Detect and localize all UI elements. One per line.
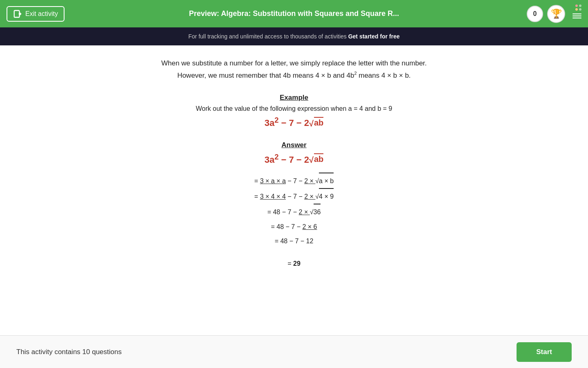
banner-cta[interactable]: Get started for free	[348, 33, 400, 40]
questions-count: This activity contains 10 questions	[16, 348, 122, 356]
exit-label: Exit activity	[25, 10, 58, 18]
step-1: = 3 × a × a − 7 − 2 × √a × b	[118, 173, 470, 188]
step-4: = 48 − 7 − 2 × 6	[118, 220, 470, 234]
radical-black-3: √	[310, 205, 314, 219]
sqrt-expr-answer: √ab	[309, 153, 323, 164]
banner-text: For full tracking and unlimited access t…	[188, 33, 348, 40]
h-line-2	[572, 16, 581, 16]
trophy-button[interactable]: 🏆	[547, 5, 565, 23]
exp-2-example: 2	[274, 116, 278, 124]
example-section: Example Work out the value of the follow…	[118, 94, 470, 128]
answer-section: Answer 3a2 − 7 − 2√ab = 3 × a × a − 7 − …	[118, 141, 470, 271]
sqrt-4x9-content: 4 × 9	[319, 188, 334, 204]
answer-expression: 3a2 − 7 − 2√ab	[118, 153, 470, 165]
step4-underline: 2 × 6	[302, 223, 317, 230]
dot-green1	[579, 4, 581, 7]
sqrt-axb-content: a × b	[319, 173, 334, 188]
header-title: Preview: Algebra: Substitution with Squa…	[189, 9, 399, 18]
corner-menu	[569, 4, 581, 24]
intro-line1: When we substitute a number for a letter…	[161, 59, 427, 67]
sqrt-4x9: √4 × 9	[315, 188, 334, 204]
exit-button[interactable]: Exit activity	[7, 6, 65, 22]
superscript-2: 2	[354, 71, 356, 76]
radical-black: √	[315, 174, 319, 188]
dot-red	[575, 4, 578, 7]
step2-underline: 3 × 4 × 4	[260, 193, 286, 200]
step2-sqrt-underline: 2 × √4 × 9	[304, 193, 334, 200]
dot-orange	[575, 8, 578, 11]
exit-icon	[13, 9, 22, 18]
dot-grid	[575, 4, 581, 11]
main-content: When we substitute a number for a letter…	[110, 45, 478, 279]
radical-black-2: √	[315, 189, 319, 204]
score-badge: 0	[527, 6, 543, 22]
step1-underline: 3 × a × a	[260, 177, 286, 184]
step-6: = 29	[118, 256, 470, 271]
radical-symbol: √	[309, 119, 314, 128]
sqrt-content-ab: ab	[314, 117, 323, 128]
promo-banner: For full tracking and unlimited access t…	[0, 27, 588, 45]
sqrt-36: √36	[310, 204, 321, 219]
example-question: Work out the value of the following expr…	[118, 105, 470, 112]
step-3: = 48 − 7 − 2 × √36	[118, 204, 470, 219]
sqrt-expr-example: √ab	[309, 117, 323, 128]
final-answer: 29	[293, 260, 301, 267]
radical-symbol-ans: √	[309, 156, 314, 164]
header-right: 0 🏆	[527, 4, 581, 24]
intro-line2: However, we must remember that 4b means …	[177, 72, 411, 79]
exp-2-answer: 2	[274, 153, 278, 161]
intro-paragraph: When we substitute a number for a letter…	[118, 58, 470, 81]
step-5: = 48 − 7 − 12	[118, 234, 470, 248]
sqrt-content-ab-ans: ab	[314, 153, 323, 164]
step3-underline: 2 × √36	[299, 209, 321, 215]
h-line-3	[572, 18, 581, 18]
sqrt-axb: √a × b	[315, 173, 334, 188]
step-2: = 3 × 4 × 4 − 7 − 2 × √4 × 9	[118, 188, 470, 204]
sqrt-36-content: 36	[314, 204, 321, 219]
header: Exit activity Preview: Algebra: Substitu…	[0, 0, 588, 27]
answer-label: Answer	[118, 141, 470, 149]
solution-steps: = 3 × a × a − 7 − 2 × √a × b = 3 × 4 × 4…	[118, 173, 470, 271]
dot-green2	[579, 8, 581, 11]
example-expression: 3a2 − 7 − 2√ab	[118, 116, 470, 128]
step1-sqrt-underline: 2 × √a × b	[304, 177, 334, 184]
footer-bar: This activity contains 10 questions Star…	[0, 335, 588, 368]
example-label: Example	[118, 94, 470, 102]
start-button[interactable]: Start	[517, 342, 572, 362]
h-line-1	[572, 13, 581, 14]
hamburger-icon[interactable]	[572, 13, 581, 18]
